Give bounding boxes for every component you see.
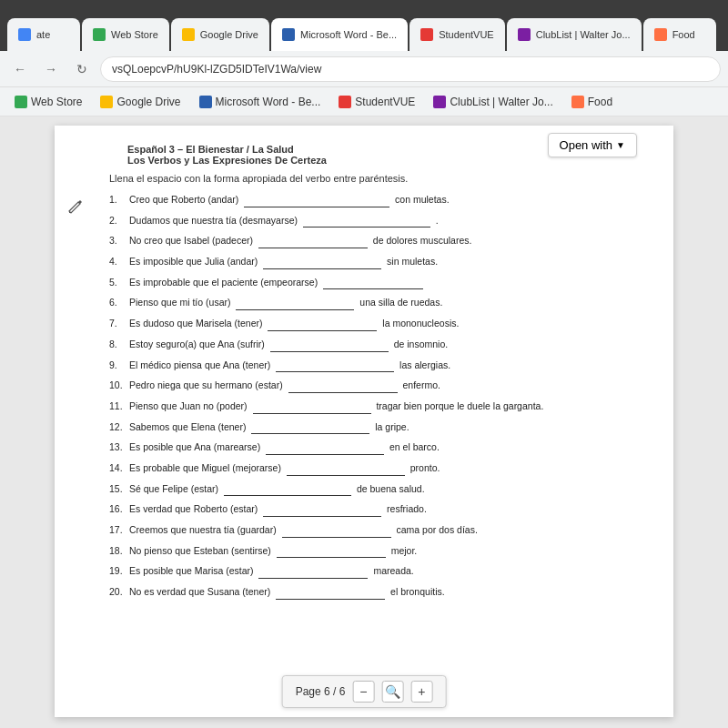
exercise-text-16: Es verdad que Roberto (estar) resfriado. xyxy=(129,502,637,517)
tab-label-webstore: Web Store xyxy=(111,29,158,40)
exercise-num-3: 3. xyxy=(109,234,129,248)
exercise-blank-10 xyxy=(288,379,398,393)
exercise-text-4: Es imposible que Julia (andar) sin mulet… xyxy=(129,255,637,269)
exercise-item-11: 11.Pienso que Juan no (poder) tragar bie… xyxy=(109,399,637,414)
exercise-text-18: No pienso que Esteban (sentirse) mejor. xyxy=(129,544,637,559)
exercise-num-16: 16. xyxy=(109,502,129,516)
bookmark-icon-studentvue xyxy=(339,96,351,108)
exercise-blank-13 xyxy=(266,440,384,455)
tab-favicon-webstore xyxy=(93,28,106,41)
exercise-text-11: Pienso que Juan no (poder) tragar bien p… xyxy=(129,399,637,414)
exercise-blank-4 xyxy=(263,255,381,269)
exercise-num-12: 12. xyxy=(109,420,129,434)
bookmark-label-webstore: Web Store xyxy=(31,96,82,108)
bookmark-webstore[interactable]: Web Store xyxy=(7,93,89,111)
exercise-item-1: 1.Creo que Roberto (andar) con muletas. xyxy=(109,193,637,207)
exercise-item-18: 18.No pienso que Esteban (sentirse) mejo… xyxy=(109,544,637,559)
bookmark-icon-webstore xyxy=(15,96,27,108)
exercise-item-19: 19.Es posible que Marisa (estar) mareada… xyxy=(109,564,637,579)
exercise-text-19: Es posible que Marisa (estar) mareada. xyxy=(129,564,637,579)
exercise-text-20: No es verdad que Susana (tener) el bronq… xyxy=(129,585,637,600)
exercise-blank-3 xyxy=(258,234,368,248)
exercise-text-17: Creemos que nuestra tía (guardar) cama p… xyxy=(129,523,637,538)
exercise-num-13: 13. xyxy=(109,440,129,454)
address-bar-row: ← → ↻ xyxy=(0,51,728,87)
exercise-blank-20 xyxy=(276,585,385,600)
bookmark-label-googledrive: Google Drive xyxy=(116,96,180,108)
exercise-blank-17 xyxy=(282,523,391,538)
tab-studentvue[interactable]: StudentVUE xyxy=(410,18,505,51)
exercise-blank-12 xyxy=(251,420,369,435)
back-button[interactable]: ← xyxy=(7,56,33,82)
bookmark-icon-googledrive xyxy=(100,96,113,108)
edit-icon-area xyxy=(67,198,84,218)
bookmark-icon-msword xyxy=(199,96,212,108)
bookmark-msword[interactable]: Microsoft Word - Be... xyxy=(192,93,329,111)
dropdown-chevron-icon: ▼ xyxy=(616,140,625,150)
exercise-item-8: 8.Estoy seguro(a) que Ana (sufrir) de in… xyxy=(109,338,637,352)
exercise-num-14: 14. xyxy=(109,461,129,475)
exercise-text-3: No creo que Isabel (padecer) de dolores … xyxy=(129,234,637,248)
open-with-button[interactable]: Open with ▼ xyxy=(548,133,637,157)
exercise-list: 1.Creo que Roberto (andar) con muletas.2… xyxy=(91,193,637,600)
exercise-num-1: 1. xyxy=(109,193,129,207)
exercise-text-2: Dudamos que nuestra tía (desmayarse) . xyxy=(129,214,637,228)
bookmark-googledrive[interactable]: Google Drive xyxy=(93,93,187,111)
exercise-item-17: 17.Creemos que nuestra tía (guardar) cam… xyxy=(109,523,637,538)
browser-chrome: ate Web Store Google Drive Microsoft Wor… xyxy=(0,0,728,51)
tab-google-drive[interactable]: Google Drive xyxy=(171,18,269,51)
tab-label-ate: ate xyxy=(36,29,50,40)
tab-favicon-clublist xyxy=(518,28,531,41)
tab-favicon-ate xyxy=(18,28,31,41)
address-input[interactable] xyxy=(100,56,721,82)
tab-clublist[interactable]: ClubList | Walter Jo... xyxy=(507,18,642,51)
zoom-minus-button[interactable]: − xyxy=(352,681,374,703)
exercise-text-10: Pedro niega que su hermano (estar) enfer… xyxy=(129,379,637,393)
open-with-label: Open with xyxy=(560,138,613,152)
tab-ate[interactable]: ate xyxy=(7,18,80,51)
reload-button[interactable]: ↻ xyxy=(69,56,95,82)
exercise-blank-11 xyxy=(253,399,371,414)
exercise-blank-16 xyxy=(263,502,381,517)
tab-favicon-google-drive xyxy=(182,28,195,41)
tab-label-food: Food xyxy=(672,29,695,40)
content-area: Open with ▼ Español 3 – El Bienestar / L… xyxy=(0,116,728,728)
exercise-item-20: 20.No es verdad que Susana (tener) el br… xyxy=(109,585,637,600)
bookmark-food[interactable]: Food xyxy=(564,93,620,111)
exercise-num-19: 19. xyxy=(109,564,129,578)
bookmark-studentvue[interactable]: StudentVUE xyxy=(331,93,422,111)
bookmark-clublist[interactable]: ClubList | Walter Jo... xyxy=(426,93,560,111)
page-info: Page 6 / 6 xyxy=(296,685,346,698)
exercise-text-15: Sé que Felipe (estar) de buena salud. xyxy=(129,482,637,497)
exercise-text-14: Es probable que Miguel (mejorarse) pront… xyxy=(129,461,637,476)
exercise-text-6: Pienso que mi tío (usar) una silla de ru… xyxy=(129,296,637,310)
tab-label-google-drive: Google Drive xyxy=(200,29,258,40)
exercise-item-12: 12.Sabemos que Elena (tener) la gripe. xyxy=(109,420,637,435)
exercise-item-7: 7.Es dudoso que Marisela (tener) la mono… xyxy=(109,317,637,331)
tab-webstore[interactable]: Web Store xyxy=(82,18,169,51)
tab-strip: ate Web Store Google Drive Microsoft Wor… xyxy=(7,0,721,51)
forward-button[interactable]: → xyxy=(38,56,64,82)
zoom-plus-button[interactable]: + xyxy=(410,681,432,703)
zoom-icon-button[interactable]: 🔍 xyxy=(381,681,403,703)
tab-msword[interactable]: Microsoft Word - Be... xyxy=(271,18,408,51)
exercise-text-9: El médico piensa que Ana (tener) las ale… xyxy=(129,359,637,373)
bookmark-bar: Web Store Google Drive Microsoft Word - … xyxy=(0,87,728,116)
exercise-item-9: 9.El médico piensa que Ana (tener) las a… xyxy=(109,359,637,373)
exercise-text-5: Es improbable que el paciente (empeorars… xyxy=(129,276,637,290)
exercise-text-13: Es posible que Ana (marearse) en el barc… xyxy=(129,440,637,455)
tab-food[interactable]: Food xyxy=(643,18,716,51)
bookmark-label-studentvue: StudentVUE xyxy=(355,96,415,108)
tab-label-msword: Microsoft Word - Be... xyxy=(300,29,397,40)
exercise-blank-9 xyxy=(276,359,394,373)
exercise-text-1: Creo que Roberto (andar) con muletas. xyxy=(129,193,637,207)
exercise-num-5: 5. xyxy=(109,276,129,289)
bottom-toolbar: Page 6 / 6 − 🔍 + xyxy=(282,675,447,708)
exercise-blank-1 xyxy=(244,193,389,207)
exercise-blank-15 xyxy=(224,482,351,497)
exercise-blank-6 xyxy=(236,296,354,310)
exercise-num-8: 8. xyxy=(109,338,129,351)
exercise-text-12: Sabemos que Elena (tener) la gripe. xyxy=(129,420,637,435)
exercise-item-16: 16.Es verdad que Roberto (estar) resfria… xyxy=(109,502,637,517)
exercise-blank-14 xyxy=(287,461,405,476)
